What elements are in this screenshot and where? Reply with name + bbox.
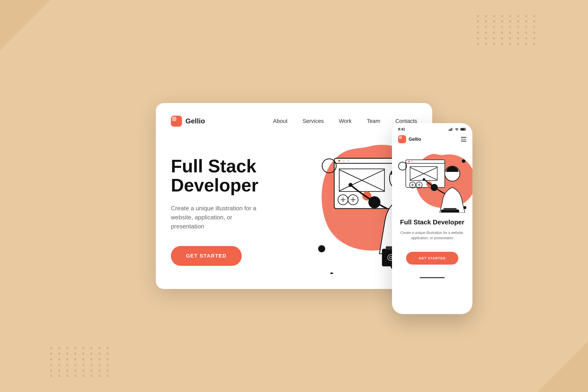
- logo-text: Gellio: [185, 117, 205, 125]
- deco-triangle-tl: [0, 0, 50, 50]
- phone-logo-area: Gellio: [398, 135, 421, 143]
- logo-area: Gellio: [171, 116, 205, 127]
- phone-nav: Gellio: [392, 133, 472, 147]
- svg-point-2: [338, 160, 340, 162]
- svg-point-33: [330, 272, 333, 274]
- deco-triangle-br: [538, 342, 588, 392]
- nav-links: About Services Work Team Contacts: [273, 118, 417, 124]
- svg-point-38: [457, 130, 457, 131]
- phone-status-bar: 9:41: [392, 123, 472, 133]
- phone-subtitle: Create a unique illustration for a websi…: [399, 230, 465, 241]
- nav-link-services[interactable]: Services: [303, 118, 324, 124]
- hero-subtitle: Create a unique illustration for a websi…: [171, 204, 261, 231]
- nav-link-about[interactable]: About: [273, 118, 288, 124]
- hero-title: Full Stack Developer: [171, 157, 261, 195]
- status-icons: [449, 127, 466, 131]
- phone-card: 9:41: [392, 123, 472, 314]
- svg-rect-59: [444, 208, 457, 210]
- signal-icon: [449, 127, 453, 131]
- phone-cta-area: GET STARTED: [392, 252, 472, 275]
- dot-pattern-tr: for(let i=0;i<48;i++) document.currentSc…: [477, 15, 538, 45]
- hero-text: Full Stack Developer Create a unique ill…: [171, 147, 261, 266]
- nav-link-team[interactable]: Team: [367, 118, 380, 124]
- phone-illustration-area: [392, 147, 472, 213]
- wifi-icon: [455, 127, 459, 131]
- svg-point-30: [318, 245, 325, 252]
- svg-point-44: [411, 161, 413, 162]
- logo-icon: [171, 116, 182, 127]
- svg-rect-36: [451, 128, 452, 131]
- phone-home-indicator: [392, 275, 472, 283]
- phone-hero-text: Full Stack Developer Create a unique ill…: [392, 213, 472, 252]
- svg-point-64: [462, 159, 465, 163]
- phone-title: Full Stack Developer: [399, 219, 465, 226]
- phone-time: 9:41: [398, 127, 405, 131]
- hamburger-menu[interactable]: [461, 137, 466, 141]
- svg-rect-40: [461, 128, 465, 130]
- svg-rect-35: [450, 129, 451, 131]
- phone-cta-button[interactable]: GET STARTED: [406, 252, 458, 265]
- svg-rect-34: [449, 129, 450, 131]
- svg-point-57: [423, 178, 425, 181]
- svg-point-17: [349, 183, 353, 187]
- svg-point-63: [399, 162, 407, 170]
- svg-point-4: [347, 160, 349, 162]
- desktop-cta-button[interactable]: GET STARTED: [171, 246, 242, 266]
- svg-point-65: [463, 206, 466, 209]
- home-bar: [420, 277, 445, 278]
- phone-logo-icon: [398, 135, 406, 143]
- dot-pattern-bl: for(let i=0;i<48;i++) document.currentSc…: [50, 347, 111, 377]
- svg-point-3: [343, 160, 345, 162]
- phone-logo-text: Gellio: [409, 137, 421, 142]
- nav-bar: Gellio About Services Work Team Contacts: [171, 116, 417, 127]
- svg-rect-41: [406, 160, 445, 187]
- svg-point-43: [408, 161, 410, 162]
- desktop-card: Gellio About Services Work Team Contacts…: [156, 103, 432, 289]
- svg-rect-37: [453, 127, 453, 131]
- nav-link-work[interactable]: Work: [339, 118, 352, 124]
- battery-icon: [460, 128, 466, 131]
- phone-dev-illustration: [392, 147, 472, 213]
- main-container: Gellio About Services Work Team Contacts…: [156, 103, 432, 289]
